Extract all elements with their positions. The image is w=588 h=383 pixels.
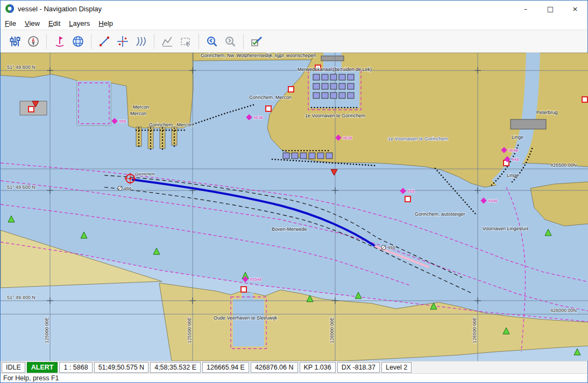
status-mode: IDLE (2, 362, 25, 373)
status-kp: KP 1.036 (300, 362, 336, 373)
map-label: 51° 49.800 N (7, 65, 36, 70)
status-alert: ALERT (27, 362, 58, 373)
status-latitude: 51;49;50.575 N (94, 362, 149, 373)
buoy-button[interactable] (51, 33, 69, 50)
houseboat-symbol (339, 83, 345, 89)
notice-mark-label: 9546 (488, 198, 498, 203)
profile-graph-icon (161, 35, 174, 48)
buoy-icon (53, 35, 66, 48)
toolbar (1, 30, 587, 53)
houseboat-symbol (322, 83, 328, 89)
notice-mark-label: 9638 (253, 115, 263, 120)
menu-help[interactable]: Help (94, 18, 117, 29)
next-view-icon (224, 35, 237, 48)
help-bar: For Help, press F1 (1, 373, 587, 382)
houseboat-symbol (292, 153, 298, 159)
display-settings-button[interactable] (6, 33, 24, 50)
map-label: 51° 49.400 N (7, 295, 36, 300)
menu-edit[interactable]: Edit (44, 18, 65, 29)
port-mark-symbol (241, 287, 246, 292)
houseboat-symbol (309, 153, 315, 159)
status-easting: 126665.94 E (202, 362, 249, 373)
map-label: Gorinchem, Mercon (249, 95, 292, 100)
measure-line-button[interactable] (95, 33, 114, 50)
menu-file[interactable]: File (1, 18, 20, 29)
app-icon (5, 4, 15, 13)
profile-graph-button[interactable] (158, 33, 176, 50)
map-label: Gorinchem , Mercon (149, 122, 193, 127)
map-label: Mercon (130, 111, 146, 116)
menu-layers[interactable]: Layers (65, 18, 94, 29)
houseboat-symbol (326, 153, 332, 159)
add-route-points-icon (116, 35, 129, 48)
title-bar: vessel - Navigation Display – □ × (1, 1, 587, 17)
status-bar: IDLE ALERT 1 : 5868 51;49;50.575 N 4;58;… (1, 361, 587, 373)
map-label: 126000.00E (329, 317, 335, 343)
map-label: Linge (512, 134, 523, 140)
maximize-button[interactable]: □ (538, 1, 563, 17)
add-route-points-button[interactable] (114, 33, 132, 50)
houseboat-symbol (322, 93, 328, 98)
houseboat-symbol (283, 153, 289, 159)
notice-mark-label: 9648 (508, 148, 518, 153)
check-edit-button[interactable] (247, 33, 266, 50)
status-scale: 1 : 5868 (59, 362, 92, 373)
map-label: Linge (507, 173, 519, 178)
km-mark-label: 955 (388, 245, 395, 250)
nautical-chart: 956963896359559554895469648948956955Gori… (1, 53, 588, 361)
map-label: Boven-Merwede (272, 226, 307, 232)
display-settings-icon (9, 35, 22, 48)
map-label: Oude Veerhaven te Sleeuwijk (214, 315, 278, 321)
select-area-button[interactable] (176, 33, 195, 50)
previous-view-button[interactable] (203, 33, 221, 50)
minimize-button[interactable]: – (513, 1, 538, 17)
status-northing: 426876.06 N (251, 362, 298, 373)
map-label: 126500.00E (472, 317, 477, 343)
next-view-button[interactable] (221, 33, 239, 50)
notice-mark-label: 956 (119, 119, 126, 124)
map-label: Voornaven Lingesluis (483, 226, 529, 231)
contour-lines-icon (134, 35, 147, 48)
app-window: vessel - Navigation Display – □ × File V… (0, 0, 588, 383)
houseboat-symbol (339, 74, 345, 80)
contour-lines-button[interactable] (132, 33, 150, 50)
status-dx: DX -818.37 (337, 362, 380, 373)
houseboat-symbol (313, 74, 320, 80)
houseboat-symbol (348, 74, 354, 80)
map-label: Gorinchem (135, 172, 155, 176)
houseboat-symbol (322, 74, 328, 80)
port-mark-symbol (582, 97, 587, 102)
close-button[interactable]: × (563, 1, 587, 17)
notice-mark-label: 955 (407, 189, 415, 194)
map-label: 426000.00N (550, 308, 577, 313)
houseboat-symbol (330, 74, 337, 80)
window-controls: – □ × (513, 1, 587, 17)
north-compass-icon (27, 35, 40, 48)
map-label: Mercon (133, 104, 149, 110)
canal-bridge (321, 56, 344, 61)
notice-mark-label: 9635 (343, 136, 352, 140)
previous-view-icon (206, 35, 218, 48)
map-label: 1e Voornaven te Gorinchem (388, 136, 448, 141)
houseboat-symbol (300, 153, 307, 159)
houseboat-symbol (313, 93, 320, 98)
houseboat-symbol (339, 93, 345, 98)
chart-area[interactable]: 956963896359559554895469648948956955Gori… (1, 53, 588, 361)
status-longitude: 4;58;35.532 E (150, 362, 201, 373)
menu-view[interactable]: View (20, 18, 44, 29)
port-mark-symbol (29, 107, 34, 112)
houseboat-symbol (330, 83, 337, 89)
houseboat-symbol (348, 93, 354, 98)
map-label: Peterbrug (536, 110, 558, 115)
port-mark-symbol (288, 87, 294, 92)
map-label: 1e Voornaven te Gorinchem (305, 113, 365, 118)
map-label: 51° 49.600 N (7, 185, 36, 190)
map-label: Gorinchem, Nw. Wolpherensedijk, ligpl. w… (201, 53, 316, 58)
map-label: 125500.00E (187, 317, 192, 343)
houseboat-symbol (348, 83, 354, 89)
map-label: Gorinchem, autosteiger (415, 211, 465, 217)
check-edit-icon (250, 35, 263, 48)
north-compass-button[interactable] (24, 33, 42, 50)
globe-button[interactable] (69, 33, 87, 50)
notice-mark-label: 948 (512, 157, 519, 162)
